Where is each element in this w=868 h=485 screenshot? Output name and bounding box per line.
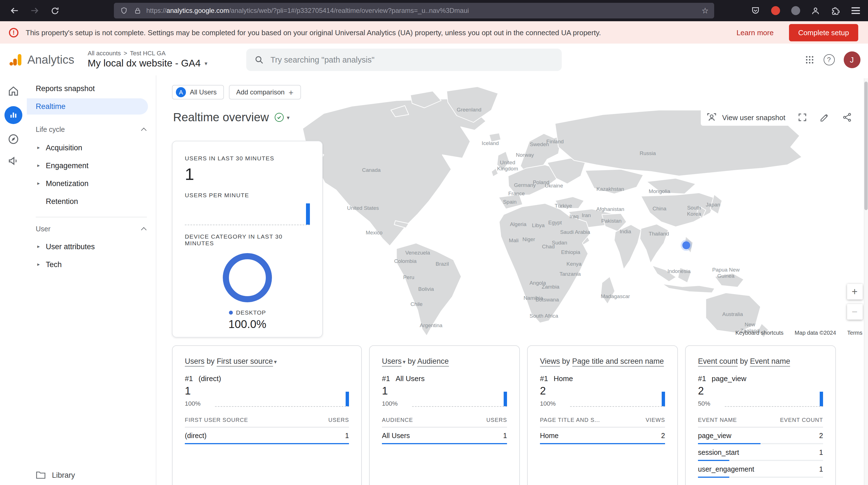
map-country-label: Germany <box>514 182 536 189</box>
map-country-label: Mexico <box>366 230 382 236</box>
help-icon[interactable]: ? <box>823 54 835 65</box>
account-icon[interactable] <box>809 3 822 19</box>
extensions-puzzle-icon[interactable] <box>829 3 842 19</box>
view-user-snapshot-button[interactable]: View user snapshot <box>707 112 785 123</box>
table-header: FIRST USER SOURCEUSERS <box>185 417 349 427</box>
users-30min-value: 1 <box>185 165 310 184</box>
table-row[interactable]: All Users1 <box>382 427 507 444</box>
table-row[interactable]: session_start1 <box>698 444 823 461</box>
forward-icon[interactable] <box>27 3 42 19</box>
users-per-minute-chart[interactable] <box>185 203 310 225</box>
sidebar-item-tech[interactable]: ▸ Tech <box>27 255 156 273</box>
scrollbar-thumb[interactable] <box>864 82 867 210</box>
sidebar-item-engagement[interactable]: ▸ Engagement <box>27 156 156 174</box>
lock-icon[interactable] <box>133 3 142 19</box>
bookmark-star-icon[interactable]: ☆ <box>702 6 709 15</box>
sidebar-section-life-cycle[interactable]: Life cycle <box>27 121 156 138</box>
map-country-label: Iran <box>582 212 591 219</box>
sidebar-item-acquisition[interactable]: ▸ Acquisition <box>27 139 156 156</box>
keyboard-shortcuts-link[interactable]: Keyboard shortcuts <box>735 330 783 336</box>
app-header: Analytics All accounts > Test HCL GA My … <box>0 44 868 76</box>
page-title: Realtime overview <box>173 111 269 124</box>
adblock-extension-icon[interactable] <box>769 3 782 19</box>
map-country-label: Chile <box>410 302 423 308</box>
back-icon[interactable] <box>7 3 22 19</box>
top-entry: #1Home <box>540 374 665 383</box>
property-selector[interactable]: My local dx website - GA4 ▾ <box>88 58 208 69</box>
map-country-label: India <box>620 229 631 235</box>
chevron-down-icon[interactable]: ▾ <box>287 114 289 120</box>
sidebar-item-user-attributes[interactable]: ▸ User attributes <box>27 237 156 255</box>
extension-icon[interactable] <box>789 3 802 19</box>
tracking-shield-icon[interactable] <box>120 3 128 19</box>
top-percent: 100% <box>540 400 556 407</box>
comparison-chip-all-users[interactable]: A All Users <box>172 85 224 99</box>
table-header: EVENT NAMEEVENT COUNT <box>698 417 823 427</box>
device-donut-chart[interactable] <box>223 253 272 302</box>
card-event-count-by-event-name: Event count by Event name #1page_view 2 … <box>685 345 836 485</box>
url-bar[interactable]: https://analytics.google.com/analytics/w… <box>114 3 714 19</box>
map-country-label: Russia <box>640 150 656 157</box>
advertising-icon[interactable] <box>7 154 20 168</box>
device-percentage: 100.0% <box>185 318 310 331</box>
complete-setup-button[interactable]: Complete setup <box>789 24 858 41</box>
scrollbar[interactable] <box>864 78 868 485</box>
customize-report-icon[interactable] <box>819 112 830 123</box>
pocket-icon[interactable] <box>748 3 762 19</box>
map-country-label: South Africa <box>530 313 558 319</box>
sidebar-item-monetization[interactable]: ▸ Monetization <box>27 174 156 192</box>
reload-icon[interactable] <box>47 3 63 19</box>
sidebar-section-user[interactable]: User <box>27 221 156 237</box>
explore-icon[interactable] <box>7 133 20 146</box>
terms-link[interactable]: Terms <box>847 330 862 336</box>
map-country-label: Zambia <box>541 284 559 290</box>
table-row[interactable]: page_view2 <box>698 427 823 444</box>
card-users-by-first-user-source: Users by First user source▾ #1(direct) 1… <box>172 345 362 485</box>
search-bar[interactable] <box>247 48 562 71</box>
map-zoom-out-button[interactable]: − <box>847 304 862 320</box>
search-icon <box>254 55 265 64</box>
map-country-label: Madagascar <box>601 294 630 300</box>
map-zoom-in-button[interactable]: + <box>847 284 862 299</box>
mini-sparkline <box>570 390 665 407</box>
fullscreen-icon[interactable] <box>797 112 808 123</box>
breadcrumb[interactable]: All accounts > Test HCL GA <box>88 50 208 56</box>
map-country-label: Türkiye <box>555 203 572 209</box>
sidebar-item-realtime[interactable]: Realtime <box>27 98 148 115</box>
card-title[interactable]: Users▾ by Audience <box>382 357 507 365</box>
reports-sidebar: Reports snapshot Realtime Life cycle ▸ A… <box>27 76 156 485</box>
map-country-label: Colombia <box>394 258 416 264</box>
map-country-label: Finland <box>546 139 564 145</box>
search-input[interactable] <box>271 55 554 64</box>
expand-arrow-icon: ▸ <box>36 163 41 168</box>
home-icon[interactable] <box>7 84 20 98</box>
top-percent: 100% <box>185 400 200 407</box>
breadcrumb-separator-icon: > <box>124 50 127 56</box>
avatar[interactable]: J <box>843 51 860 68</box>
table-row[interactable]: user_engagement1 <box>698 461 823 478</box>
map-country-label: Algeria <box>510 222 526 228</box>
data-quality-check-icon[interactable] <box>274 113 283 122</box>
menu-icon[interactable] <box>849 3 862 19</box>
map-country-label: Spain <box>503 199 517 205</box>
library-button[interactable]: Library <box>36 470 75 479</box>
card-title[interactable]: Event count by Event name <box>698 357 823 365</box>
users-per-minute-label: USERS PER MINUTE <box>185 192 310 198</box>
mini-sparkline <box>412 390 507 407</box>
expand-arrow-icon: ▸ <box>36 261 41 267</box>
card-title[interactable]: Users by First user source▾ <box>185 357 349 365</box>
table-row[interactable]: (direct)1 <box>185 427 349 444</box>
apps-grid-icon[interactable] <box>804 55 814 64</box>
sidebar-item-retention[interactable]: Retention <box>27 192 156 210</box>
map-country-label: China <box>652 206 666 212</box>
share-icon[interactable] <box>841 112 852 123</box>
map-country-label: Tanzania <box>559 271 581 278</box>
table-row[interactable]: Home2 <box>540 427 665 444</box>
map-country-label: United Kingdom <box>497 160 518 172</box>
add-comparison-button[interactable]: Add comparison + <box>229 85 301 99</box>
sidebar-item-reports-snapshot[interactable]: Reports snapshot <box>27 80 156 97</box>
map-country-label: Canada <box>362 167 381 173</box>
learn-more-link[interactable]: Learn more <box>737 28 774 37</box>
reports-icon[interactable] <box>4 106 22 124</box>
card-title[interactable]: Views by Page title and screen name <box>540 357 665 365</box>
